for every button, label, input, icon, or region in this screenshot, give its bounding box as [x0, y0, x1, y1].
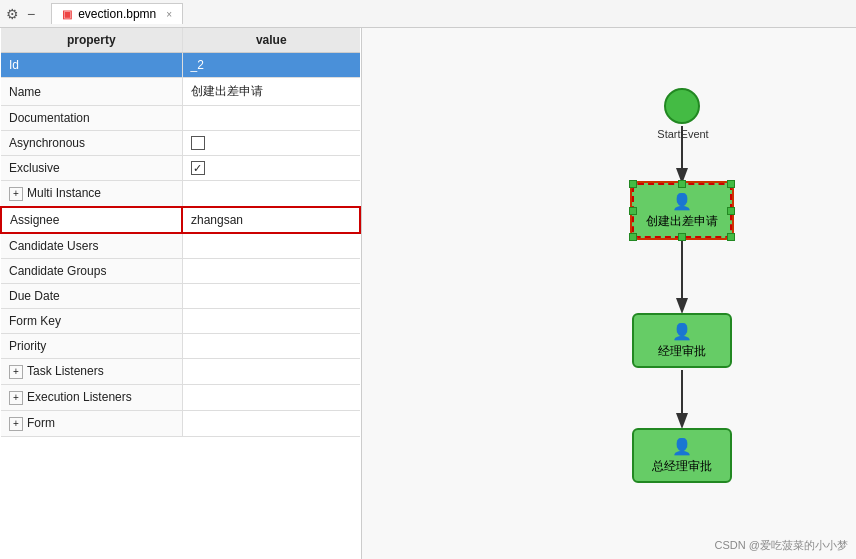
value-col-header: value: [182, 28, 360, 53]
prop-name-exclusive: Exclusive: [1, 156, 182, 181]
prop-value-exclusive[interactable]: ✓: [182, 156, 360, 181]
table-row[interactable]: +Form: [1, 411, 360, 437]
watermark: CSDN @爱吃菠菜的小小梦: [715, 538, 848, 553]
table-row[interactable]: Form Key: [1, 309, 360, 334]
start-event[interactable]: [664, 88, 700, 124]
prop-value-documentation[interactable]: [182, 106, 360, 131]
task1-label: 创建出差申请: [646, 213, 718, 230]
prop-value-due-date[interactable]: [182, 284, 360, 309]
handle-tm: [678, 180, 686, 188]
user-task-icon: 👤: [672, 192, 692, 211]
table-row[interactable]: Candidate Groups: [1, 259, 360, 284]
prop-name-asynchronous: Asynchronous: [1, 131, 182, 156]
handle-bm: [678, 233, 686, 241]
prop-name-assignee: Assignee: [1, 207, 182, 233]
tab-area: ▣ evection.bpmn ×: [51, 3, 183, 24]
task2-label: 经理审批: [658, 343, 706, 360]
table-row[interactable]: +Multi Instance: [1, 181, 360, 208]
handle-bl: [629, 233, 637, 241]
table-row[interactable]: Documentation: [1, 106, 360, 131]
prop-value-form: [182, 411, 360, 437]
task-gm-approve[interactable]: 👤 总经理审批: [632, 428, 732, 483]
expand-icon[interactable]: +: [9, 417, 23, 431]
prop-value-multi-instance: [182, 181, 360, 208]
table-header: property value: [1, 28, 360, 53]
prop-value-form-key[interactable]: [182, 309, 360, 334]
handle-br: [727, 233, 735, 241]
prop-value-task-listeners: [182, 359, 360, 385]
gear-icon[interactable]: ⚙: [6, 6, 19, 22]
prop-value-name[interactable]: 创建出差申请: [182, 78, 360, 106]
task3-label: 总经理审批: [652, 458, 712, 475]
evection-tab[interactable]: ▣ evection.bpmn ×: [51, 3, 183, 24]
tab-close-icon[interactable]: ×: [166, 9, 172, 20]
prop-value-asynchronous[interactable]: [182, 131, 360, 156]
prop-name-name: Name: [1, 78, 182, 106]
property-col-header: property: [1, 28, 182, 53]
prop-name-multi-instance: +Multi Instance: [1, 181, 182, 208]
prop-name-due-date: Due Date: [1, 284, 182, 309]
prop-value-assignee[interactable]: zhangsan: [182, 207, 360, 233]
table-row[interactable]: Id _2: [1, 53, 360, 78]
user-task-icon: 👤: [672, 322, 692, 341]
prop-value-priority[interactable]: [182, 334, 360, 359]
table-row[interactable]: Candidate Users: [1, 233, 360, 259]
tab-label: evection.bpmn: [78, 7, 156, 21]
prop-name-form: +Form: [1, 411, 182, 437]
handle-tl: [629, 180, 637, 188]
prop-name-candidate-users: Candidate Users: [1, 233, 182, 259]
handle-tr: [727, 180, 735, 188]
prop-name-documentation: Documentation: [1, 106, 182, 131]
prop-value-execution-listeners: [182, 385, 360, 411]
table-row[interactable]: +Task Listeners: [1, 359, 360, 385]
exclusive-checkbox[interactable]: ✓: [191, 161, 205, 175]
table-row[interactable]: +Execution Listeners: [1, 385, 360, 411]
expand-icon[interactable]: +: [9, 391, 23, 405]
minus-icon[interactable]: −: [27, 6, 35, 22]
user-task-icon: 👤: [672, 437, 692, 456]
assignee-table-row[interactable]: Assignee zhangsan: [1, 207, 360, 233]
table-row[interactable]: Priority: [1, 334, 360, 359]
start-event-label: StartEvent: [647, 128, 719, 140]
prop-name-form-key: Form Key: [1, 309, 182, 334]
main-content: property value Id _2 Name 创建出差申请 Documen…: [0, 28, 856, 559]
top-bar: ⚙ − ▣ evection.bpmn ×: [0, 0, 856, 28]
prop-value-candidate-users[interactable]: [182, 233, 360, 259]
properties-table: property value Id _2 Name 创建出差申请 Documen…: [0, 28, 361, 437]
table-row[interactable]: Due Date: [1, 284, 360, 309]
expand-icon[interactable]: +: [9, 187, 23, 201]
bpmn-file-icon: ▣: [62, 8, 72, 21]
prop-value-id[interactable]: _2: [182, 53, 360, 78]
prop-name-id: Id: [1, 53, 182, 78]
diagram-panel[interactable]: StartEvent 👤 创建出差申请 👤 经理审批: [362, 28, 856, 559]
async-checkbox[interactable]: [191, 136, 205, 150]
task-create-travel[interactable]: 👤 创建出差申请: [632, 183, 732, 238]
prop-name-task-listeners: +Task Listeners: [1, 359, 182, 385]
arrows-svg: [362, 28, 856, 559]
diagram-canvas: StartEvent 👤 创建出差申请 👤 经理审批: [362, 28, 856, 559]
properties-panel: property value Id _2 Name 创建出差申请 Documen…: [0, 28, 362, 559]
prop-name-priority: Priority: [1, 334, 182, 359]
table-row[interactable]: Asynchronous: [1, 131, 360, 156]
expand-icon[interactable]: +: [9, 365, 23, 379]
prop-name-execution-listeners: +Execution Listeners: [1, 385, 182, 411]
task-manager-approve[interactable]: 👤 经理审批: [632, 313, 732, 368]
table-row[interactable]: Name 创建出差申请: [1, 78, 360, 106]
prop-value-candidate-groups[interactable]: [182, 259, 360, 284]
table-row[interactable]: Exclusive ✓: [1, 156, 360, 181]
handle-ml: [629, 207, 637, 215]
prop-name-candidate-groups: Candidate Groups: [1, 259, 182, 284]
handle-mr: [727, 207, 735, 215]
